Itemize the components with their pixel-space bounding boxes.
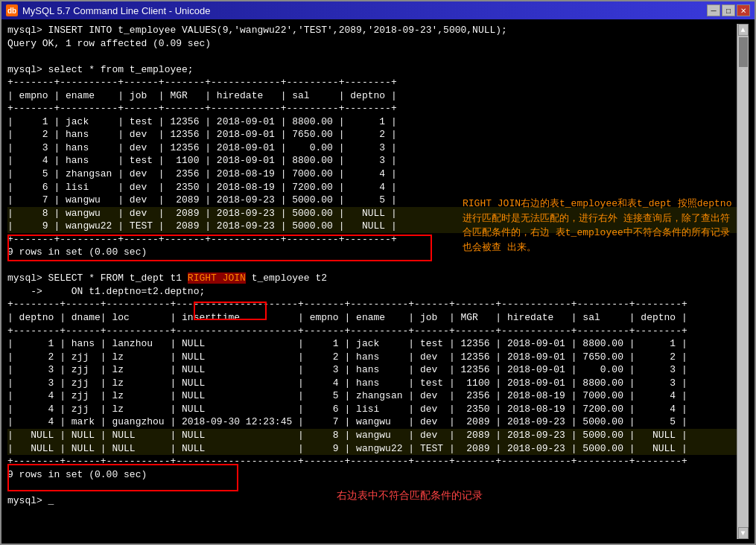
- annotation-content: RIGHT JOIN右边的表t_employee和表t_dept 按照deptn…: [463, 198, 731, 253]
- null-row-8: | NULL | NULL | NULL | NULL | 8 | wangwu…: [7, 429, 737, 442]
- table1-footer: +-------+----------+------+-------+-----…: [7, 234, 687, 428]
- terminal-content: mysql> INSERT INTO t_employee VALUES(9,'…: [7, 24, 737, 539]
- terminal-output: mysql> INSERT INTO t_employee VALUES(9,'…: [7, 24, 737, 507]
- scroll-thumb[interactable]: [739, 37, 748, 67]
- main-window: db MySQL 5.7 Command Line Client - Unico…: [0, 0, 756, 545]
- maximize-button[interactable]: □: [722, 4, 735, 16]
- title-bar-left: db MySQL 5.7 Command Line Client - Unico…: [6, 4, 210, 16]
- title-bar: db MySQL 5.7 Command Line Client - Unico…: [1, 1, 755, 19]
- bottom-annotation-text: 右边表中不符合匹配条件的记录: [337, 490, 483, 502]
- null-row-9: | NULL | NULL | NULL | NULL | 9 | wangwu…: [7, 442, 737, 456]
- scrollbar[interactable]: ▲ ▼: [737, 24, 749, 539]
- window-title: MySQL 5.7 Command Line Client - Unicode: [22, 5, 210, 16]
- terminal: mysql> INSERT INTO t_employee VALUES(9,'…: [1, 19, 755, 544]
- title-controls[interactable]: ─ □ ✕: [707, 4, 750, 16]
- close-button[interactable]: ✕: [737, 4, 750, 16]
- minimize-button[interactable]: ─: [707, 4, 720, 16]
- insert-cmd: mysql> INSERT INTO t_employee VALUES(9,'…: [7, 25, 507, 205]
- scroll-down-button[interactable]: ▼: [738, 527, 749, 539]
- bottom-annotation: 右边表中不符合匹配条件的记录: [337, 489, 483, 503]
- annotation-text: RIGHT JOIN右边的表t_employee和表t_dept 按照deptn…: [463, 197, 737, 255]
- app-icon: db: [6, 4, 18, 16]
- scroll-up-button[interactable]: ▲: [738, 24, 749, 36]
